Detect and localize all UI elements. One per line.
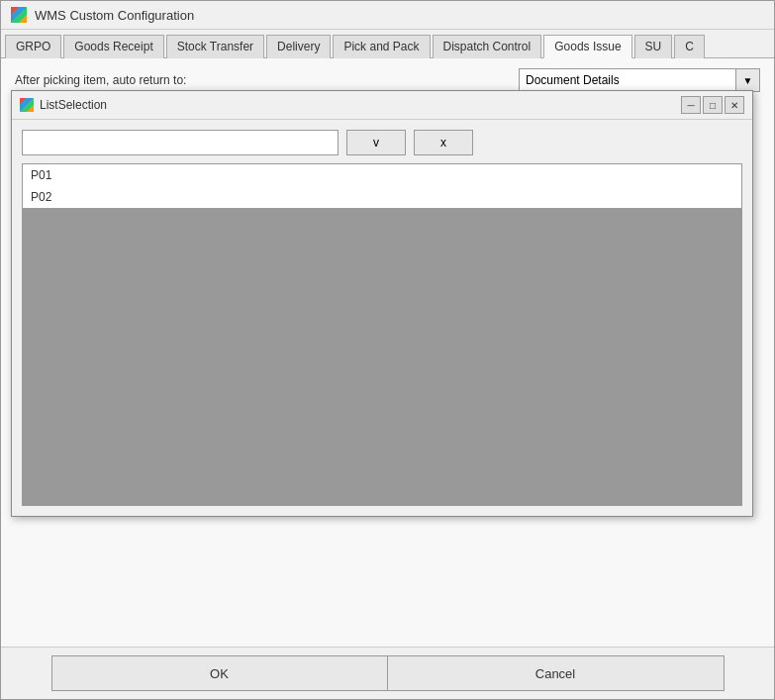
- tab-c[interactable]: C: [674, 35, 705, 58]
- dialog-list-empty-area: [23, 208, 741, 505]
- dialog-app-icon: [20, 98, 34, 112]
- close-icon: ✕: [730, 100, 738, 111]
- dropdown-arrow-btn[interactable]: ▼: [736, 68, 760, 92]
- list-item[interactable]: P01: [23, 164, 741, 186]
- title-bar: WMS Custom Configuration: [1, 1, 774, 30]
- list-selection-dialog: ListSelection ─ □ ✕ v: [11, 90, 753, 517]
- app-icon: [11, 7, 27, 23]
- tab-pick-and-pack[interactable]: Pick and Pack: [333, 35, 430, 58]
- dialog-maximize-button[interactable]: □: [703, 96, 723, 114]
- dialog-search-row: v x: [22, 130, 742, 155]
- ok-button[interactable]: OK: [51, 655, 388, 691]
- dialog-minimize-button[interactable]: ─: [681, 96, 701, 114]
- maximize-icon: □: [710, 100, 716, 111]
- window-title: WMS Custom Configuration: [35, 8, 194, 23]
- tab-grpo[interactable]: GRPO: [5, 35, 61, 58]
- tab-goods-issue[interactable]: Goods Issue: [543, 35, 631, 58]
- checkmark-icon: v: [373, 136, 379, 150]
- dialog-body: v x P01 P02: [12, 120, 752, 516]
- chevron-down-icon: ▼: [743, 75, 753, 86]
- tabs-bar: GRPO Goods Receipt Stock Transfer Delive…: [1, 30, 774, 58]
- dialog-list: P01 P02: [22, 163, 742, 506]
- minimize-icon: ─: [687, 100, 694, 111]
- tab-dispatch-control[interactable]: Dispatch Control: [433, 35, 542, 58]
- x-icon: x: [440, 136, 446, 150]
- main-window: WMS Custom Configuration GRPO Goods Rece…: [0, 0, 775, 700]
- tab-su[interactable]: SU: [634, 35, 673, 58]
- dialog-controls: ─ □ ✕: [681, 96, 744, 114]
- dialog-title: ListSelection: [40, 98, 681, 112]
- auto-return-label: After picking item, auto return to:: [15, 73, 186, 87]
- tab-stock-transfer[interactable]: Stock Transfer: [166, 35, 264, 58]
- dialog-close-button[interactable]: ✕: [725, 96, 744, 114]
- dialog-search-input[interactable]: [22, 130, 339, 155]
- auto-return-row: After picking item, auto return to: Docu…: [15, 68, 760, 92]
- dropdown-wrapper: Document Details ▼: [519, 68, 760, 92]
- dialog-title-bar: ListSelection ─ □ ✕: [12, 91, 752, 120]
- tab-delivery[interactable]: Delivery: [266, 35, 331, 58]
- cancel-button[interactable]: Cancel: [388, 655, 725, 691]
- list-item[interactable]: P02: [23, 186, 741, 208]
- tab-goods-receipt[interactable]: Goods Receipt: [63, 35, 163, 58]
- dialog-x-button[interactable]: x: [414, 130, 473, 155]
- bottom-buttons: OK Cancel: [1, 647, 774, 699]
- auto-return-dropdown[interactable]: Document Details: [519, 68, 736, 92]
- dialog-v-button[interactable]: v: [346, 130, 406, 155]
